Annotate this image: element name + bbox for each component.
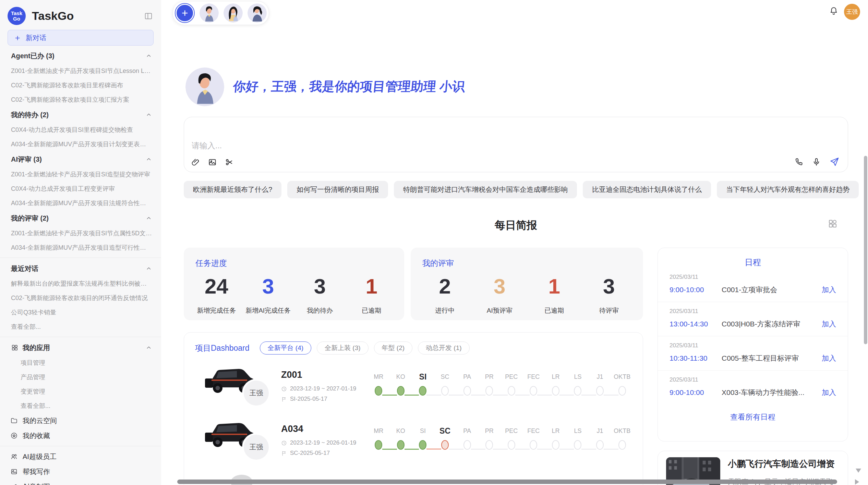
suggestion-chips: 欧洲新规最近颁布了什么?如何写一份清晰的项目周报特朗普可能对进口汽车增税会对中国… [184, 181, 856, 198]
briefing-layout-icon[interactable] [828, 219, 838, 229]
apps-view-all-link[interactable]: 查看全部... [0, 399, 161, 413]
microphone-icon[interactable] [812, 157, 821, 166]
sidebar-section-header-2[interactable]: AI评审 (3) [0, 151, 161, 167]
milestone-mr: MR [367, 426, 390, 465]
filter-chip[interactable]: 年型 (2) [374, 341, 413, 355]
event-date: 2025/03/11 [670, 274, 836, 281]
sidebar-section-header-1[interactable]: 我的待办 (2) [0, 107, 161, 123]
agent-avatar-3[interactable] [248, 3, 267, 23]
sidebar-item[interactable]: Z001-全新燃油轻卡产品开发项目SI节点属性5D文件评审 [0, 226, 161, 240]
sidebar-item[interactable]: Z001-全新燃油轻卡产品开发项目SI造型提交物评审 [0, 167, 161, 182]
milestone-j1: J1 [589, 426, 611, 465]
scissors-icon[interactable] [225, 158, 234, 167]
stat: 2进行中 [418, 274, 472, 315]
sidebar-item[interactable]: A034-全新新能源MUV产品开发项目造型可行性评审 [0, 240, 161, 255]
stat-label: 待评审 [582, 306, 637, 315]
recent-chat-item[interactable]: 公司Q3轻卡销量 [0, 305, 161, 320]
project-row[interactable]: 王强Z0012023-12-19 ~ 2027-01-19SI-2025-05-… [184, 357, 643, 411]
attachment-icon[interactable] [191, 158, 200, 167]
user-avatar[interactable]: 王强 [844, 4, 860, 20]
recent-chat-item[interactable]: C02-飞腾新能源轻客改款项目的闭环通告反馈情况 [0, 291, 161, 305]
sidebar-link-1[interactable]: 我的收藏 [0, 428, 161, 443]
stat-label: 新增AI完成任务 [242, 306, 294, 315]
image-icon[interactable] [208, 158, 217, 167]
milestone-dot [397, 440, 405, 450]
dashboard-title: 项目Dashboard [195, 343, 250, 353]
app-item[interactable]: 产品管理 [0, 370, 161, 384]
suggestion-chip[interactable]: 欧洲新规最近颁布了什么? [184, 181, 281, 198]
milestone-label: J1 [589, 426, 611, 436]
composer-right-actions [794, 157, 840, 167]
agent-avatar-1[interactable] [200, 3, 219, 23]
chevron-up-icon[interactable] [145, 156, 152, 163]
chevron-up-icon[interactable] [145, 215, 152, 222]
event-time: 9:00-10:00 [670, 286, 722, 294]
chevron-up-icon[interactable] [145, 265, 152, 272]
sidebar-link-0[interactable]: 我的云空间 [0, 413, 161, 428]
app-item[interactable]: 变更管理 [0, 384, 161, 399]
sidebar-tool-2[interactable]: 创意制图 [0, 479, 161, 485]
sidebar-tool-1[interactable]: 帮我写作 [0, 464, 161, 479]
section-title: 我的待办 (2) [11, 110, 49, 120]
event-join-link[interactable]: 加入 [822, 319, 836, 329]
phone-icon[interactable] [794, 157, 804, 166]
milestone-label: PR [478, 426, 501, 436]
milestone-label: PA [456, 426, 478, 436]
sidebar-item[interactable]: A034-全新新能源MUV产品开发项目计划变更表编写 [0, 137, 161, 151]
chevron-up-icon[interactable] [145, 344, 152, 351]
event-join-link[interactable]: 加入 [822, 388, 836, 397]
view-all-schedule-link[interactable]: 查看所有日程 [658, 412, 848, 422]
schedule-event: 2025/03/119:00-10:00X003-车辆动力学性能验...加入 [658, 370, 848, 405]
app-item[interactable]: 项目管理 [0, 356, 161, 370]
stat-value: 24 [191, 274, 242, 299]
sidebar-collapse-icon[interactable] [144, 12, 153, 21]
event-name: C005-整车工程目标评审 [722, 353, 818, 363]
chevron-up-icon[interactable] [145, 111, 152, 118]
dates-text: 2023-12-19 ~ 2026-01-19 [290, 439, 356, 446]
filter-chip[interactable]: 全新上装 (3) [317, 341, 369, 355]
stat: 3待评审 [582, 274, 637, 315]
message-composer[interactable]: 请输入... [184, 117, 848, 172]
vertical-scrollbar[interactable] [864, 156, 867, 344]
tool-label: 帮我写作 [23, 467, 50, 476]
image-icon [10, 468, 18, 475]
chevron-up-icon[interactable] [145, 52, 152, 59]
sidebar-item[interactable]: C02-飞腾新能源轻客改款项目立项汇报方案 [0, 92, 161, 107]
suggestion-chip[interactable]: 特朗普可能对进口汽车增税会对中国车企造成哪些影响 [394, 181, 577, 198]
project-row[interactable]: 王强A0342023-12-19 ~ 2026-01-19SC-2025-05-… [184, 411, 643, 465]
sidebar-item[interactable]: C0X4-动力总成开发项目工程变更评审 [0, 182, 161, 196]
sidebar-item[interactable]: A034-全新新能源MUV产品开发项目法规符合性评审 [0, 196, 161, 210]
new-conversation-button[interactable]: + [175, 3, 195, 23]
scroll-right-arrow[interactable] [855, 479, 859, 485]
stat-label: AI预评审 [472, 306, 527, 315]
filter-chip[interactable]: 动总开发 (1) [418, 341, 470, 355]
milestone-label: LS [567, 426, 589, 436]
suggestion-chip[interactable]: 如何写一份清晰的项目周报 [287, 181, 388, 198]
sidebar-item[interactable]: C0X4-动力总成开发项目SI里程碑提交物检查 [0, 123, 161, 137]
sidebar-item[interactable]: Z001-全新燃油皮卡产品开发项目SI节点Lesson Learn报告 [0, 64, 161, 78]
sidebar-section-header-recent[interactable]: 最近对话 [0, 261, 161, 276]
sidebar-section-header-3[interactable]: 我的评审 (2) [0, 210, 161, 226]
sidebar-item[interactable]: C02-飞腾新能源轻客改款项目里程碑画布 [0, 78, 161, 92]
new-chat-button[interactable]: ＋ 新对话 [8, 30, 154, 46]
stat-value: 3 [472, 274, 527, 299]
filter-chip[interactable]: 全新平台 (4) [260, 341, 312, 355]
send-icon[interactable] [829, 157, 840, 167]
section-title: 最近对话 [11, 264, 38, 273]
sidebar-section-header-apps[interactable]: 我的应用 [0, 340, 161, 356]
agent-avatar-2[interactable] [224, 3, 243, 23]
event-join-link[interactable]: 加入 [822, 285, 836, 295]
scroll-down-arrow[interactable] [856, 469, 861, 473]
event-time: 9:00-10:00 [670, 388, 722, 397]
event-join-link[interactable]: 加入 [822, 353, 836, 363]
suggestion-chip[interactable]: 比亚迪全固态电池计划具体说了什么 [583, 181, 711, 198]
sidebar-section-header-0[interactable]: Agent已办 (3) [0, 48, 161, 64]
notifications-bell-icon[interactable] [829, 6, 839, 16]
horizontal-scrollbar[interactable] [177, 480, 837, 484]
suggestion-chip[interactable]: 当下年轻人对汽车外观有怎样的喜好趋势 [717, 181, 859, 198]
sidebar-tool-0[interactable]: AI超级员工 [0, 449, 161, 464]
recent-view-all-link[interactable]: 查看全部... [0, 320, 161, 334]
recent-chat-item[interactable]: 解释最新出台的欧盟报废车法规再生塑料比例被调至15%... [0, 276, 161, 291]
project-code: A034 [281, 423, 367, 435]
milestone-label: LS [567, 372, 589, 382]
